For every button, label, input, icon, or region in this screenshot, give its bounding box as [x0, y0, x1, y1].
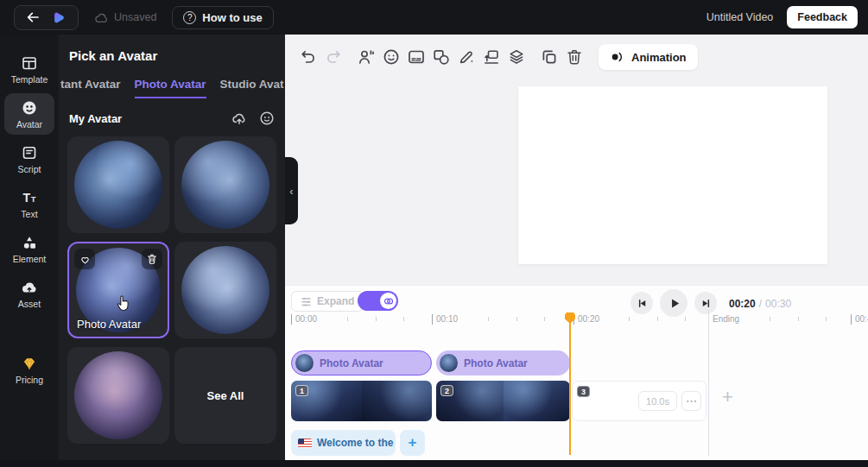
canvas-toolbar: Animation: [297, 44, 698, 70]
scene-clip-2[interactable]: 2: [436, 381, 570, 421]
duplicate-button[interactable]: [538, 46, 561, 68]
question-icon: ?: [183, 11, 196, 24]
avatar-thumb: [440, 354, 458, 372]
script-icon: [21, 144, 38, 161]
bottom-strip: [0, 460, 868, 467]
upload-avatar-icon[interactable]: [231, 110, 247, 126]
subtitle-button[interactable]: [405, 46, 428, 68]
my-avatar-title: My Avatar: [69, 112, 122, 125]
avatar-card[interactable]: [67, 347, 169, 444]
timeline-ruler[interactable]: 00:00 00:10 00:20 Ending 00:40: [285, 312, 868, 331]
avatar-photo: [181, 141, 269, 229]
sidebar-item-pricing[interactable]: Pricing: [4, 349, 54, 390]
subtitle-clip[interactable]: Welcome to the ...: [291, 430, 396, 456]
how-to-use-button[interactable]: ? How to use: [172, 6, 273, 29]
duration-chip[interactable]: 10.0s: [638, 391, 677, 411]
avatar-photo: [74, 351, 162, 439]
feedback-button[interactable]: Feedback: [787, 6, 858, 28]
magic-pen-button[interactable]: [455, 46, 478, 68]
redo-button[interactable]: [322, 46, 345, 68]
avatar-card[interactable]: [174, 136, 276, 233]
sidebar-item-text[interactable]: TT Text: [4, 183, 54, 224]
ruler-label: Ending: [708, 314, 744, 325]
avatar-photo: [181, 246, 269, 334]
total-time: 00:30: [765, 298, 791, 310]
template-icon: [21, 54, 38, 72]
avatar-clip-1[interactable]: Photo Avatar: [291, 350, 432, 375]
current-time: 00:20: [729, 298, 756, 310]
us-flag-icon: [298, 439, 312, 448]
animation-button[interactable]: Animation: [599, 44, 698, 70]
sidebar-item-label: Asset: [18, 299, 41, 309]
sidebar: Template Avatar Script TT Text Element A…: [0, 35, 59, 460]
back-home-group[interactable]: [14, 5, 79, 30]
avatar-grid: Photo Avatar See All: [67, 136, 276, 444]
svg-text:T: T: [31, 194, 36, 204]
save-status-label: Unsaved: [114, 11, 156, 23]
avatar-card-selected[interactable]: Photo Avatar: [67, 242, 169, 338]
back-icon[interactable]: [25, 9, 41, 25]
sidebar-item-avatar[interactable]: Avatar: [4, 93, 54, 135]
top-bar: Unsaved ? How to use Untitled Video Feed…: [0, 0, 868, 35]
toggle-knob: [380, 293, 396, 309]
more-options-button[interactable]: ⋯: [681, 391, 701, 411]
undo-button[interactable]: [297, 46, 320, 68]
add-subtitle-button[interactable]: +: [400, 430, 425, 456]
next-frame-button[interactable]: [694, 292, 717, 314]
tab-studio-avatar[interactable]: Studio Avat: [220, 78, 284, 98]
scene-number-badge: 3: [577, 386, 590, 397]
expand-label: Expand: [317, 295, 354, 307]
app-logo-icon[interactable]: [51, 9, 67, 26]
see-all-button[interactable]: See All: [174, 347, 276, 444]
previous-frame-button[interactable]: [630, 292, 653, 314]
app-root: Unsaved ? How to use Untitled Video Feed…: [0, 0, 868, 467]
add-scene-button[interactable]: [480, 46, 503, 68]
panel-title: Pick an Avatar: [69, 48, 157, 63]
sidebar-item-label: Pricing: [16, 375, 43, 385]
add-ending-button[interactable]: +: [722, 386, 733, 408]
tab-photo-avatar[interactable]: Photo Avatar: [135, 78, 206, 98]
avatar-voice-button[interactable]: [355, 46, 377, 68]
sidebar-item-element[interactable]: Element: [4, 228, 54, 269]
tab-instant-avatar[interactable]: tant Avatar: [60, 78, 121, 98]
ending-divider: [708, 310, 709, 456]
avatar-icon: [21, 99, 38, 117]
ruler-label: 00:00: [291, 314, 321, 325]
layers-button[interactable]: [505, 46, 528, 68]
ruler-label: 00:40: [851, 314, 868, 325]
scene-clip-3[interactable]: 3 10.0s ⋯: [572, 381, 706, 421]
sidebar-item-label: Element: [13, 254, 47, 264]
hand-cursor-icon: [114, 292, 135, 316]
avatar-card[interactable]: [174, 242, 276, 338]
shapes-button[interactable]: [430, 46, 453, 68]
scene-number-badge: 1: [295, 385, 308, 396]
create-avatar-icon[interactable]: [259, 110, 275, 126]
animation-label: Animation: [631, 51, 687, 64]
avatar-card[interactable]: [67, 136, 169, 233]
emoji-button[interactable]: [380, 46, 402, 68]
cloud-upload-icon: [21, 279, 38, 296]
delete-button[interactable]: [563, 46, 586, 68]
scene-clip-1[interactable]: 1: [291, 381, 432, 421]
avatar-clip-label: Photo Avatar: [320, 357, 383, 369]
sidebar-item-asset[interactable]: Asset: [4, 273, 54, 314]
avatar-clip-2[interactable]: Photo Avatar: [436, 350, 570, 375]
avatar-card-label: Photo Avatar: [77, 318, 141, 331]
avatar-tabs: tant Avatar Photo Avatar Studio Avat: [60, 78, 285, 98]
canvas-area: Animation: [285, 35, 868, 285]
collapse-panel-button[interactable]: ‹: [285, 157, 298, 224]
expand-timeline-button[interactable]: Expand: [291, 291, 364, 312]
link-icon: [383, 296, 394, 306]
sidebar-item-template[interactable]: Template: [4, 48, 54, 90]
subtitle-text: Welcome to the ...: [317, 437, 396, 449]
avatar-photo: [74, 141, 162, 229]
video-title: Untitled Video: [706, 11, 774, 23]
animation-icon: [610, 49, 625, 65]
sidebar-item-script[interactable]: Script: [4, 138, 54, 180]
link-scenes-toggle[interactable]: [358, 291, 398, 311]
video-canvas[interactable]: [518, 86, 827, 264]
ruler-label: 00:10: [432, 314, 462, 325]
avatar-panel: Pick an Avatar tant Avatar Photo Avatar …: [59, 35, 285, 460]
favorite-button[interactable]: [74, 249, 95, 269]
delete-avatar-button[interactable]: [142, 249, 162, 269]
